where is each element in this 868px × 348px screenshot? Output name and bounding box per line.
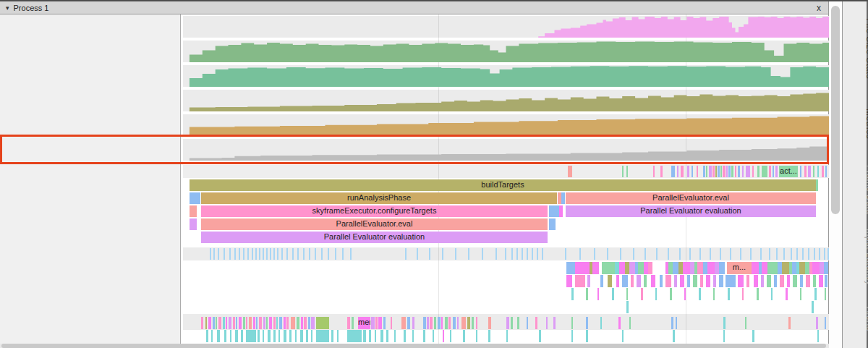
slice[interactable]	[559, 205, 563, 217]
slice[interactable]	[713, 288, 715, 300]
slice[interactable]	[819, 248, 820, 260]
slice[interactable]	[674, 275, 677, 287]
slice[interactable]	[687, 166, 689, 177]
slice[interactable]	[594, 248, 595, 260]
slice[interactable]	[328, 248, 329, 260]
slice[interactable]	[434, 317, 436, 329]
slice[interactable]	[266, 248, 268, 260]
slice[interactable]	[626, 288, 628, 300]
slice[interactable]	[423, 317, 426, 329]
slice[interactable]	[586, 288, 588, 300]
slice[interactable]	[651, 275, 655, 287]
slice[interactable]	[218, 317, 221, 329]
slice[interactable]	[342, 248, 344, 260]
slice[interactable]	[767, 262, 778, 274]
slice-labeled[interactable]: m...	[727, 262, 752, 274]
slice[interactable]	[752, 330, 754, 342]
slice[interactable]	[300, 330, 303, 342]
action-count-chart[interactable]	[183, 16, 829, 38]
slice[interactable]	[511, 248, 513, 260]
slice[interactable]	[286, 248, 288, 260]
slice[interactable]	[213, 248, 215, 260]
slice[interactable]	[799, 262, 805, 274]
slice[interactable]	[683, 262, 690, 274]
slice[interactable]	[292, 248, 294, 260]
slice[interactable]	[441, 317, 443, 329]
slice[interactable]	[769, 248, 770, 260]
slice[interactable]	[788, 317, 791, 329]
slice[interactable]	[710, 248, 711, 260]
slice[interactable]	[825, 288, 826, 300]
slice[interactable]	[771, 288, 773, 300]
slice[interactable]	[709, 166, 712, 177]
slice[interactable]	[517, 317, 519, 329]
slice[interactable]	[728, 288, 730, 300]
cpu-usage-bazel-chart[interactable]	[183, 41, 829, 62]
slice[interactable]	[684, 288, 686, 300]
slice[interactable]	[579, 248, 581, 260]
slice[interactable]	[791, 248, 792, 260]
slice[interactable]	[190, 205, 197, 217]
slice[interactable]	[375, 330, 376, 342]
slice[interactable]	[827, 248, 829, 260]
slice[interactable]	[697, 262, 703, 274]
slice[interactable]	[255, 248, 257, 260]
slice[interactable]	[235, 330, 238, 342]
slice[interactable]	[273, 330, 276, 342]
slice[interactable]	[206, 330, 208, 342]
slice[interactable]	[782, 262, 789, 274]
slice[interactable]	[681, 166, 684, 177]
slice[interactable]	[315, 248, 316, 260]
slice[interactable]	[279, 317, 282, 329]
slice[interactable]	[337, 330, 339, 342]
slice[interactable]	[263, 317, 265, 329]
slice[interactable]	[211, 330, 213, 342]
slice[interactable]	[773, 166, 774, 177]
slice[interactable]	[816, 179, 818, 191]
slice[interactable]	[760, 248, 762, 260]
slice[interactable]	[706, 166, 707, 177]
slice[interactable]	[442, 248, 443, 260]
slice[interactable]	[767, 275, 771, 287]
slice[interactable]	[224, 330, 226, 342]
slice[interactable]	[699, 248, 701, 260]
slice[interactable]	[234, 248, 236, 260]
slice[interactable]	[735, 166, 736, 177]
slice[interactable]	[363, 330, 366, 342]
slice[interactable]	[720, 248, 721, 260]
slice[interactable]	[297, 248, 299, 260]
slice[interactable]	[210, 248, 211, 260]
slice[interactable]	[252, 248, 253, 260]
slice[interactable]	[676, 317, 677, 329]
slice[interactable]	[597, 288, 599, 300]
slice[interactable]	[249, 317, 252, 329]
slice[interactable]	[566, 262, 575, 274]
slice-labeled[interactable]: act...	[779, 166, 798, 177]
slice[interactable]	[369, 330, 371, 342]
slice[interactable]	[566, 275, 572, 287]
slice[interactable]	[308, 317, 310, 329]
slice[interactable]	[268, 330, 271, 342]
slice[interactable]	[495, 248, 497, 260]
slice[interactable]	[243, 248, 244, 260]
slice[interactable]	[653, 166, 655, 177]
slice[interactable]	[284, 330, 286, 342]
slice[interactable]	[273, 248, 275, 260]
slice[interactable]	[619, 262, 625, 274]
slice[interactable]	[742, 166, 744, 177]
slice[interactable]	[720, 166, 722, 177]
collapse-arrow-icon[interactable]: ▾	[6, 4, 9, 12]
slice[interactable]	[316, 330, 329, 342]
slice[interactable]	[641, 288, 643, 300]
slice[interactable]	[680, 275, 684, 287]
slice[interactable]	[607, 248, 608, 260]
slice-labeled[interactable]: skyframeExecutor.configureTargets	[201, 205, 548, 217]
slice[interactable]	[247, 248, 249, 260]
system-load-average-chart[interactable]	[183, 139, 829, 161]
slice[interactable]	[571, 330, 573, 342]
slice[interactable]	[311, 330, 312, 342]
slice[interactable]	[433, 330, 434, 342]
slice[interactable]	[699, 288, 701, 300]
slice[interactable]	[671, 317, 673, 329]
slice[interactable]	[565, 248, 566, 260]
